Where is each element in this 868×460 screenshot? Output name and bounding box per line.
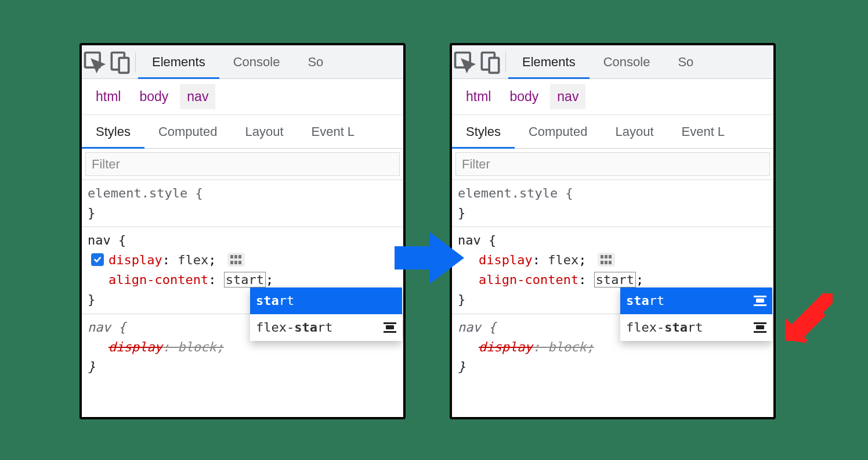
selector-element-style: element.style { [88, 186, 203, 200]
align-start-icon [754, 296, 766, 306]
rule-nav[interactable]: nav { display: flex; align-content: star… [452, 227, 773, 314]
rule-nav[interactable]: nav { display: flex; align-content: star… [82, 227, 403, 314]
css-value-editing[interactable]: start [594, 272, 636, 288]
tab-elements[interactable]: Elements [138, 45, 219, 79]
devtools-toolbar: Elements Console So [452, 45, 773, 79]
css-property[interactable]: display [479, 253, 533, 267]
subtab-styles[interactable]: Styles [452, 115, 515, 149]
css-property[interactable]: align-content [479, 272, 578, 287]
autocomplete-option-flex-start[interactable]: flex-start [250, 314, 402, 341]
autocomplete-option-start[interactable]: start [620, 288, 772, 314]
tab-console[interactable]: Console [219, 45, 294, 79]
filter-row: Filter [452, 149, 773, 180]
breadcrumb: html body nav [82, 79, 403, 115]
crumb-nav[interactable]: nav [550, 84, 585, 109]
subtab-event-listeners-truncated[interactable]: Event L [668, 115, 739, 149]
css-property[interactable]: display [108, 253, 162, 267]
subtab-styles[interactable]: Styles [82, 115, 144, 149]
align-start-icon [754, 322, 766, 333]
crumb-html[interactable]: html [459, 84, 498, 109]
selector-element-style: element.style { [458, 186, 573, 200]
autocomplete-dropdown: start flex-start [250, 288, 402, 341]
css-value-overridden: block [548, 340, 586, 354]
crumb-html[interactable]: html [89, 84, 128, 109]
close-brace: } [458, 360, 465, 374]
css-property-overridden: display [108, 340, 162, 354]
autocomplete-option-flex-start[interactable]: flex-start [620, 314, 772, 341]
devtools-panel-after: Elements Console So html body nav Styles… [450, 43, 776, 419]
rule-element-style[interactable]: element.style { } [82, 180, 403, 227]
selector-nav-ua: nav { [458, 320, 496, 335]
subtab-layout[interactable]: Layout [601, 115, 667, 149]
tab-console[interactable]: Console [589, 45, 664, 79]
align-start-icon [384, 322, 396, 333]
subtab-layout[interactable]: Layout [231, 115, 297, 149]
flex-editor-icon[interactable] [598, 253, 615, 267]
annotation-arrow-icon [780, 293, 833, 346]
selector-nav-ua: nav { [88, 320, 126, 335]
tab-sources-truncated[interactable]: So [294, 45, 337, 79]
svg-rect-2 [119, 58, 129, 73]
css-value[interactable]: flex [548, 253, 578, 267]
filter-row: Filter [82, 149, 403, 180]
subtab-computed[interactable]: Computed [144, 115, 232, 149]
close-brace: } [88, 292, 95, 307]
svg-rect-5 [489, 58, 499, 73]
selector-nav: nav { [88, 233, 126, 247]
subtab-computed[interactable]: Computed [515, 115, 602, 149]
crumb-body[interactable]: body [502, 84, 545, 109]
devtools-toolbar: Elements Console So [82, 45, 403, 79]
toolbar-separator [505, 52, 506, 72]
autocomplete-dropdown: start flex-start [620, 288, 772, 341]
css-property-overridden: display [479, 340, 533, 354]
styles-pane: element.style { } nav { display: flex; a… [82, 180, 403, 380]
styles-subtabs: Styles Computed Layout Event L [452, 115, 773, 149]
inspect-icon[interactable] [82, 45, 107, 79]
filter-input[interactable]: Filter [455, 152, 770, 176]
subtab-event-listeners-truncated[interactable]: Event L [298, 115, 369, 149]
flex-editor-icon[interactable] [227, 253, 245, 267]
close-brace: } [88, 360, 95, 374]
device-toggle-icon[interactable] [478, 45, 503, 79]
styles-subtabs: Styles Computed Layout Event L [82, 115, 403, 149]
checkbox-icon[interactable] [91, 253, 104, 266]
toolbar-separator [135, 52, 136, 72]
device-toggle-icon[interactable] [107, 45, 133, 79]
devtools-panel-before: Elements Console So html body nav Styles… [79, 43, 406, 419]
inspect-icon[interactable] [452, 45, 478, 79]
decl-display[interactable]: display: flex; [458, 250, 768, 270]
close-brace: } [458, 292, 465, 307]
tab-elements[interactable]: Elements [508, 45, 589, 79]
autocomplete-option-start[interactable]: start [250, 288, 402, 314]
styles-pane: element.style { } nav { display: flex; a… [452, 180, 773, 380]
crumb-nav[interactable]: nav [180, 84, 215, 109]
breadcrumb: html body nav [452, 79, 773, 115]
close-brace: } [88, 206, 95, 220]
rule-element-style[interactable]: element.style { } [452, 180, 773, 227]
css-property[interactable]: align-content [108, 272, 208, 287]
css-value-editing[interactable]: start [224, 272, 266, 288]
tab-sources-truncated[interactable]: So [664, 45, 707, 79]
close-brace: } [458, 206, 465, 220]
crumb-body[interactable]: body [132, 84, 175, 109]
css-value[interactable]: flex [178, 253, 208, 267]
decl-display[interactable]: display: flex; [88, 250, 397, 270]
css-value-overridden: block [178, 340, 216, 354]
filter-input[interactable]: Filter [85, 152, 400, 176]
arrow-right-icon [395, 229, 464, 287]
